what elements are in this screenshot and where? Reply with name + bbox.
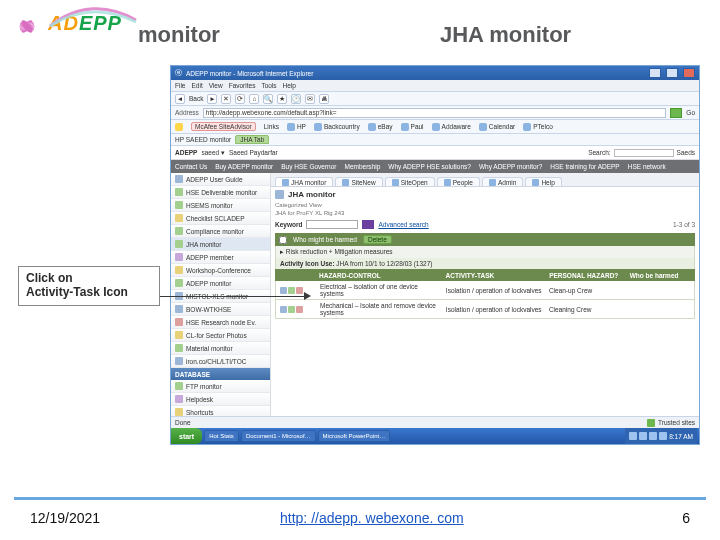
status-done: Done xyxy=(175,419,191,426)
menu-help[interactable]: Help xyxy=(283,82,296,89)
menu-tools[interactable]: Tools xyxy=(261,82,276,89)
status-bar: Done Trusted sites xyxy=(171,416,699,428)
sidebar-item[interactable]: Workshop-Conference xyxy=(171,264,270,277)
sidebar-item[interactable]: HSE Research node Ev. xyxy=(171,316,270,329)
tray-icon[interactable] xyxy=(649,432,657,440)
view-icon[interactable] xyxy=(288,306,295,313)
minimize-button[interactable] xyxy=(649,68,661,78)
saeed-tab[interactable]: JHA Tab xyxy=(235,135,269,144)
sidebar-item[interactable]: ADEPP monitor xyxy=(171,277,270,290)
sidebar-category-database: DATABASE xyxy=(171,368,270,380)
menu-view[interactable]: View xyxy=(209,82,223,89)
callout-box: Click on Activity-Task Icon xyxy=(18,266,160,306)
nav-training[interactable]: HSE training for ADEPP xyxy=(550,163,619,170)
tab-siteopen[interactable]: SiteOpen xyxy=(385,177,435,186)
nav-buy-governor[interactable]: Buy HSE Governor xyxy=(281,163,336,170)
link-paul[interactable]: Paul xyxy=(401,123,424,131)
sidebar-item[interactable]: Checklist SCLADEP xyxy=(171,212,270,225)
row-action-icons[interactable] xyxy=(280,306,316,313)
links-bar: McAfee SiteAdvisor Links HP Backcountry … xyxy=(171,120,699,134)
favorites-icon[interactable]: ★ xyxy=(277,94,287,104)
table-row: Mechanical – Isolate and remove device s… xyxy=(275,300,695,319)
nav-membership[interactable]: Membership xyxy=(344,163,380,170)
nav-why-hse[interactable]: Why ADEPP HSE solutions? xyxy=(388,163,471,170)
tab-sitenew[interactable]: SiteNew xyxy=(335,177,382,186)
print-icon[interactable]: 🖶 xyxy=(319,94,329,104)
browser-toolbar: ◄ Back ► ✕ ⟳ ⌂ 🔍 ★ 🕑 ✉ 🖶 xyxy=(171,92,699,106)
search-label: Search: xyxy=(588,149,610,156)
edit-icon[interactable] xyxy=(280,287,287,294)
sidebar-item-ftp[interactable]: FTP monitor xyxy=(171,380,270,393)
back-label: Back xyxy=(189,95,203,102)
link-addaware[interactable]: Addaware xyxy=(432,123,471,131)
refresh-button[interactable]: ⟳ xyxy=(235,94,245,104)
sidebar-item[interactable]: iron.co/CHL/LTI/TOC xyxy=(171,355,270,368)
delete-icon[interactable] xyxy=(296,287,303,294)
home-button[interactable]: ⌂ xyxy=(249,94,259,104)
keyword-input[interactable] xyxy=(306,220,358,229)
link-ptelco[interactable]: PTelco xyxy=(523,123,553,131)
sidebar-item[interactable]: ADEPP User Guide xyxy=(171,173,270,186)
link-calendar[interactable]: Calendar xyxy=(479,123,515,131)
user-menu[interactable]: saeed ▾ xyxy=(201,149,225,157)
tray-icon[interactable] xyxy=(629,432,637,440)
keyword-go-button[interactable] xyxy=(362,220,374,229)
sidebar-item[interactable]: CL-for Sector Photos xyxy=(171,329,270,342)
link-hp[interactable]: HP xyxy=(287,123,306,131)
brand-arc-icon xyxy=(48,2,138,30)
start-button[interactable]: start xyxy=(171,428,202,444)
tab-icon xyxy=(392,179,399,186)
delete-button[interactable]: Delete xyxy=(363,235,392,244)
sidebar-item[interactable]: HSE Deliverable monitor xyxy=(171,186,270,199)
history-icon[interactable]: 🕑 xyxy=(291,94,301,104)
advanced-search-link[interactable]: Advanced search xyxy=(378,221,428,228)
sidebar-item[interactable]: Material monitor xyxy=(171,342,270,355)
delete-icon[interactable] xyxy=(296,306,303,313)
stop-button[interactable]: ✕ xyxy=(221,94,231,104)
taskbar-item[interactable]: Microsoft PowerPoint… xyxy=(318,430,391,442)
view-icon[interactable] xyxy=(288,287,295,294)
band-checkbox[interactable] xyxy=(279,236,287,244)
forward-button[interactable]: ► xyxy=(207,94,217,104)
cell-hazard: Electrical – isolation of one device sys… xyxy=(320,283,442,297)
link-backcountry[interactable]: Backcountry xyxy=(314,123,360,131)
tab-admin[interactable]: Admin xyxy=(482,177,523,186)
nav-buy-monitor[interactable]: Buy ADEPP monitor xyxy=(215,163,273,170)
cell-activity: Isolation / operation of lockvalves xyxy=(446,287,545,294)
menu-edit[interactable]: Edit xyxy=(191,82,202,89)
nav-network[interactable]: HSE network xyxy=(628,163,666,170)
browser-window: ⓔ ADEPP monitor - Microsoft Internet Exp… xyxy=(170,65,700,445)
tab-jha-monitor[interactable]: JHA monitor xyxy=(275,177,333,186)
back-button[interactable]: ◄ xyxy=(175,94,185,104)
sidebar-item[interactable]: Compliance monitor xyxy=(171,225,270,238)
link-ebay[interactable]: eBay xyxy=(368,123,393,131)
nav-why-monitor[interactable]: Why ADEPP monitor? xyxy=(479,163,542,170)
mail-icon[interactable]: ✉ xyxy=(305,94,315,104)
url-input[interactable]: http://adepp.webexone.com/default.asp?li… xyxy=(203,108,666,118)
edit-icon[interactable] xyxy=(280,306,287,313)
go-button[interactable] xyxy=(670,108,682,118)
menu-file[interactable]: File xyxy=(175,82,185,89)
result-count: 1-3 of 3 xyxy=(673,221,695,228)
sub-tabs: JHA monitor SiteNew SiteOpen People Admi… xyxy=(271,173,699,187)
sidebar-item-helpdesk[interactable]: Helpdesk xyxy=(171,393,270,406)
search-icon[interactable]: 🔍 xyxy=(263,94,273,104)
footer-date: 12/19/2021 xyxy=(30,510,100,526)
sidebar-item[interactable]: HSEMS monitor xyxy=(171,199,270,212)
sidebar-item[interactable]: ADEPP member xyxy=(171,251,270,264)
search-input[interactable] xyxy=(614,149,674,157)
taskbar-item[interactable]: Hot Stats xyxy=(204,430,239,442)
site-advisor-chip[interactable]: McAfee SiteAdvisor xyxy=(191,122,256,131)
sidebar-item[interactable]: BOW-WTKHSE xyxy=(171,303,270,316)
close-button[interactable] xyxy=(683,68,695,78)
tray-icon[interactable] xyxy=(659,432,667,440)
menu-favorites[interactable]: Favorites xyxy=(229,82,256,89)
tray-icon[interactable] xyxy=(639,432,647,440)
maximize-button[interactable] xyxy=(666,68,678,78)
footer-link[interactable]: http: //adepp. webexone. com xyxy=(280,510,464,526)
nav-contact[interactable]: Contact Us xyxy=(175,163,207,170)
sidebar-item-jha-monitor[interactable]: JHA monitor xyxy=(171,238,270,251)
tab-people[interactable]: People xyxy=(437,177,480,186)
taskbar-item[interactable]: Document1 - Microsof… xyxy=(241,430,316,442)
tab-help[interactable]: Help xyxy=(525,177,561,186)
